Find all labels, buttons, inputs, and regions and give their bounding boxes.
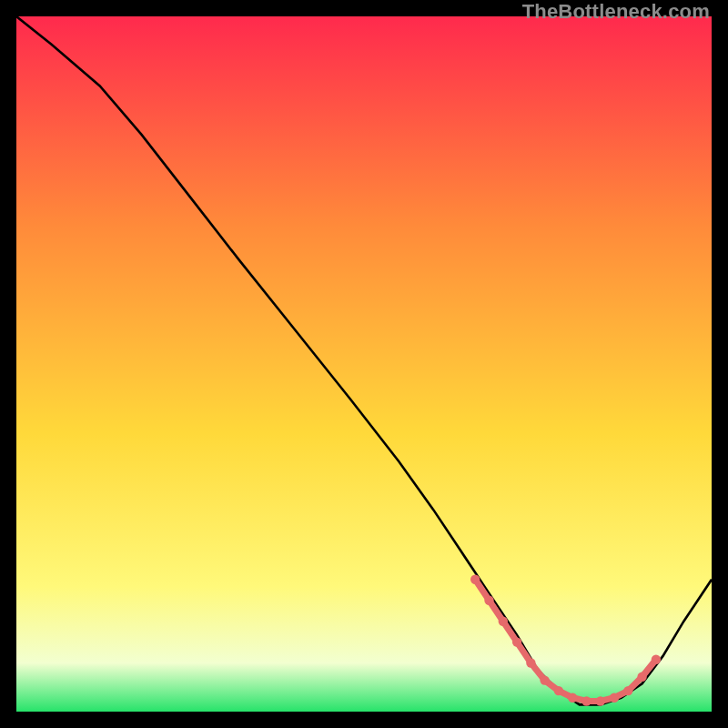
optimal-range-dot — [470, 575, 480, 584]
optimal-range-dot — [581, 696, 591, 705]
optimal-range-dot — [526, 658, 535, 667]
optimal-range-dot — [610, 693, 619, 703]
optimal-range-dot — [540, 675, 549, 684]
bottleneck-chart — [16, 16, 712, 712]
optimal-range-dot — [484, 596, 493, 605]
optimal-range-dot — [568, 693, 577, 703]
watermark-text: TheBottleneck.com — [522, 0, 710, 24]
chart-stage: { "watermark": "TheBottleneck.com", "col… — [0, 0, 728, 728]
optimal-range-dot — [623, 686, 632, 695]
optimal-range-dot — [637, 672, 646, 682]
gradient-background — [16, 16, 712, 712]
optimal-range-dot — [596, 696, 605, 705]
optimal-range-dot — [499, 617, 508, 626]
optimal-range-dot — [512, 637, 521, 646]
optimal-range-dot — [554, 686, 563, 695]
optimal-range-dot — [652, 655, 661, 664]
plot-area — [16, 16, 712, 712]
